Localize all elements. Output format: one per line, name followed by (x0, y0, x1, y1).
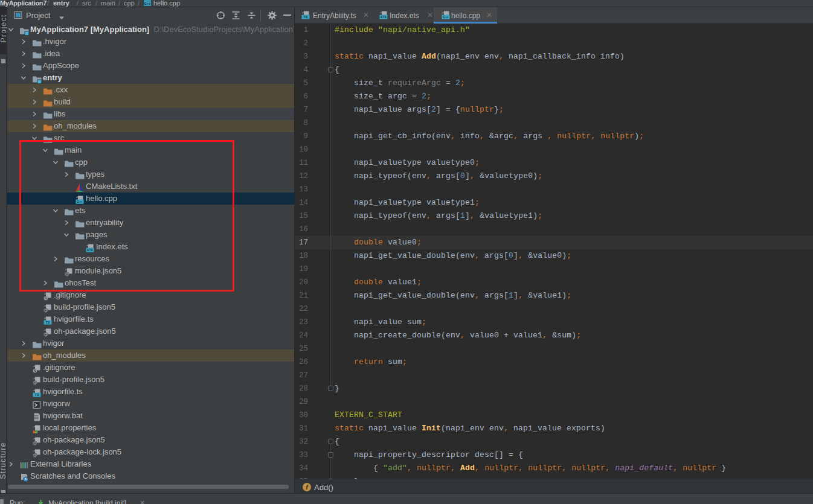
svg-text:ETS: ETS (381, 16, 387, 19)
svg-text:C++: C++ (144, 2, 150, 5)
svg-text:C++: C++ (443, 16, 448, 19)
svg-text:TS: TS (35, 393, 39, 397)
svg-text:TS: TS (46, 321, 50, 324)
svg-text:TS: TS (304, 15, 308, 19)
